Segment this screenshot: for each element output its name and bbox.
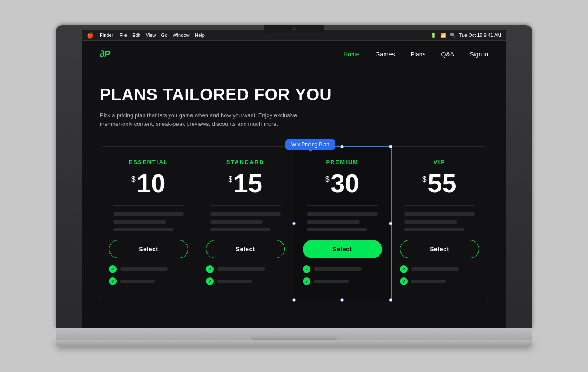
check-icon bbox=[206, 277, 214, 285]
check-icon bbox=[109, 265, 117, 273]
check-item bbox=[303, 265, 382, 273]
plan-vip-price: $ 55 bbox=[400, 171, 480, 197]
feature-line bbox=[307, 220, 360, 224]
hero-section: PLANS TAILORED FOR YOU Pick a pricing pl… bbox=[82, 68, 506, 142]
laptop-notch bbox=[264, 25, 324, 33]
menubar-file[interactable]: File bbox=[119, 33, 127, 38]
feature-line bbox=[404, 220, 457, 224]
nav-link-qa[interactable]: Q&A bbox=[441, 51, 454, 58]
hero-subtitle: Pick a pricing plan that lets you game w… bbox=[100, 111, 308, 129]
check-item bbox=[303, 277, 382, 285]
pricing-section: Wix Pricing Plan ESSENTIAL $ 10 bbox=[82, 142, 506, 318]
plan-essential-select-btn[interactable]: Select bbox=[109, 240, 188, 258]
plan-standard-price: $ 15 bbox=[206, 171, 285, 197]
plan-standard-select-btn[interactable]: Select bbox=[206, 240, 285, 258]
plan-standard-name: STANDARD bbox=[206, 159, 285, 165]
laptop-base bbox=[56, 340, 532, 347]
selection-handle-tr bbox=[389, 145, 392, 148]
plan-standard-divider bbox=[210, 205, 281, 206]
selection-handle-tm bbox=[340, 145, 344, 148]
plan-premium: PREMIUM $ 30 Select bbox=[294, 147, 391, 300]
selection-handle-br bbox=[389, 298, 392, 302]
feature-line bbox=[113, 220, 166, 224]
check-text bbox=[120, 267, 168, 271]
check-item bbox=[400, 265, 480, 273]
laptop-foot bbox=[251, 336, 337, 340]
feature-line bbox=[404, 212, 475, 216]
menubar-right: 🔋 📶 🔍 Tue Oct 18 9:41 AM bbox=[431, 33, 501, 38]
laptop-shell: 🍎 Finder File Edit View Go Window Help 🔋… bbox=[56, 25, 532, 347]
check-text bbox=[411, 267, 459, 271]
plan-essential-features bbox=[113, 212, 184, 231]
check-text bbox=[120, 280, 155, 283]
plan-premium-select-btn[interactable]: Select bbox=[303, 240, 382, 258]
laptop-camera bbox=[292, 27, 296, 31]
plan-essential-dollar: $ bbox=[131, 175, 136, 184]
plan-vip: VIP $ 55 Select bbox=[391, 147, 488, 300]
check-item bbox=[206, 265, 285, 273]
menubar-time: Tue Oct 18 9:41 AM bbox=[459, 33, 501, 38]
plan-vip-checklist bbox=[400, 265, 480, 285]
check-item bbox=[400, 277, 480, 285]
check-icon bbox=[400, 277, 408, 285]
feature-line bbox=[210, 228, 270, 231]
feature-line bbox=[210, 212, 281, 216]
plan-premium-amount: 30 bbox=[330, 171, 359, 197]
feature-line bbox=[210, 220, 263, 224]
hero-title: PLANS TAILORED FOR YOU bbox=[100, 86, 488, 104]
selection-handle-bm bbox=[340, 298, 344, 302]
selection-handle-ml bbox=[292, 222, 296, 225]
nav-link-home[interactable]: Home bbox=[343, 51, 359, 58]
check-item bbox=[109, 265, 188, 273]
feature-line bbox=[113, 212, 184, 216]
plan-essential: ESSENTIAL $ 10 Select bbox=[100, 147, 197, 300]
plan-essential-checklist bbox=[109, 265, 188, 285]
menubar-edit[interactable]: Edit bbox=[132, 33, 140, 38]
menubar-help[interactable]: Help bbox=[195, 33, 205, 38]
plan-vip-amount: 55 bbox=[428, 171, 457, 197]
feature-line bbox=[307, 212, 378, 216]
selection-handle-bl bbox=[292, 298, 296, 302]
plans-container: ESSENTIAL $ 10 Select bbox=[100, 146, 488, 300]
search-icon: 🔍 bbox=[450, 33, 456, 38]
check-icon bbox=[303, 277, 310, 285]
plan-standard-amount: 15 bbox=[233, 171, 262, 197]
wifi-icon: 📶 bbox=[440, 33, 446, 38]
navbar: ∂P Home Games Plans Q&A Sign in bbox=[82, 41, 506, 68]
plan-premium-divider bbox=[307, 205, 378, 206]
menubar-go[interactable]: Go bbox=[161, 33, 168, 38]
plan-essential-price: $ 10 bbox=[109, 171, 188, 197]
nav-link-games[interactable]: Games bbox=[375, 51, 395, 58]
plan-essential-divider bbox=[113, 205, 184, 206]
menubar-window[interactable]: Window bbox=[173, 33, 189, 38]
plan-premium-features bbox=[307, 212, 378, 231]
plan-premium-checklist bbox=[303, 265, 382, 285]
plan-standard-checklist bbox=[206, 265, 285, 285]
plan-vip-features bbox=[404, 212, 475, 231]
feature-line bbox=[113, 228, 173, 231]
check-text bbox=[217, 280, 252, 283]
nav-logo[interactable]: ∂P bbox=[100, 49, 110, 60]
nav-link-plans[interactable]: Plans bbox=[411, 51, 426, 58]
menubar-view[interactable]: View bbox=[146, 33, 156, 38]
check-icon bbox=[303, 265, 310, 273]
feature-line bbox=[307, 228, 367, 231]
check-item bbox=[206, 277, 285, 285]
laptop-top: 🍎 Finder File Edit View Go Window Help 🔋… bbox=[56, 25, 532, 328]
check-icon bbox=[109, 277, 117, 285]
check-icon bbox=[400, 265, 408, 273]
plan-vip-dollar: $ bbox=[422, 175, 427, 184]
check-text bbox=[217, 267, 265, 271]
plan-vip-select-btn[interactable]: Select bbox=[400, 240, 480, 258]
check-text bbox=[411, 280, 446, 283]
selection-handle-mr bbox=[389, 222, 392, 225]
menubar-items: File Edit View Go Window Help bbox=[119, 33, 205, 38]
laptop-bottom bbox=[56, 328, 532, 340]
check-item bbox=[109, 277, 188, 285]
check-icon bbox=[206, 265, 214, 273]
nav-signin[interactable]: Sign in bbox=[470, 51, 488, 58]
feature-line bbox=[404, 228, 464, 231]
nav-links: Home Games Plans Q&A Sign in bbox=[343, 51, 488, 58]
wix-tooltip: Wix Pricing Plan bbox=[285, 139, 335, 150]
plan-standard-dollar: $ bbox=[228, 175, 232, 184]
